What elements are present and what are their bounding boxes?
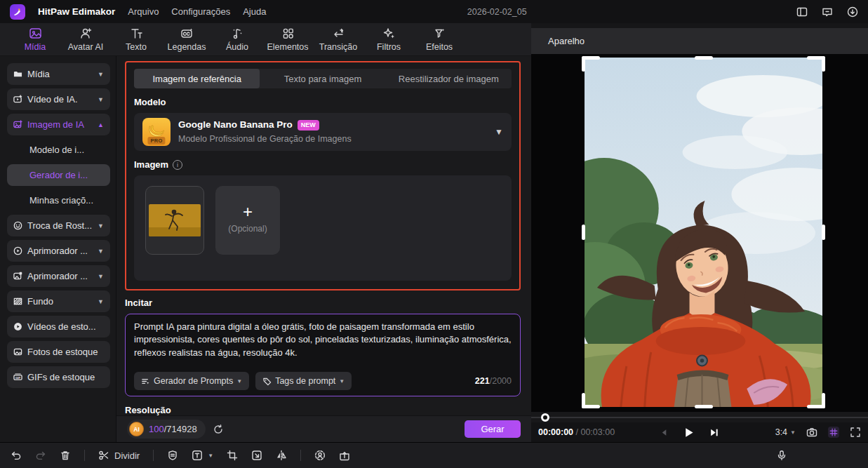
microphone-icon[interactable] xyxy=(776,450,787,461)
sidebar-item-gerador-de-imagem[interactable]: Gerador de i... xyxy=(7,164,110,186)
crop-handle-right-middle[interactable] xyxy=(822,225,825,240)
crop-icon[interactable] xyxy=(227,450,238,461)
mask-shield-icon[interactable] xyxy=(167,450,178,461)
model-selector[interactable]: PRO Google Nano Banana Pro NEW Modelo Pr… xyxy=(134,113,512,151)
grid-overlay-icon[interactable] xyxy=(828,427,839,438)
tab-avatar-ai[interactable]: Avatar AI xyxy=(60,27,111,52)
tab-label: Texto xyxy=(126,42,147,52)
redo-icon[interactable] xyxy=(35,450,46,461)
scrubber-playhead[interactable] xyxy=(541,413,549,422)
tab-efeitos[interactable]: Efeitos xyxy=(414,27,465,52)
snapshot-camera-icon[interactable] xyxy=(806,427,817,438)
edit-toolbar: Dividir ▼ xyxy=(0,442,868,468)
download-icon[interactable] xyxy=(847,6,858,18)
tab-reestilizador-de-imagem[interactable]: Reestilizador de imagem xyxy=(386,69,512,88)
crop-handle-top-right-v[interactable] xyxy=(822,56,825,72)
next-frame-icon[interactable] xyxy=(709,427,719,438)
stock-video-icon xyxy=(13,322,22,331)
split-button[interactable]: Dividir xyxy=(98,450,140,461)
model-chevron-down-icon[interactable]: ▼ xyxy=(495,127,503,137)
layout-panels-icon[interactable] xyxy=(796,6,808,18)
dancer-thumbnail-image xyxy=(149,204,201,236)
sidebar-label: Gerador de i... xyxy=(29,170,88,180)
sidebar-label: Aprimorador ... xyxy=(27,246,88,256)
ai-video-icon xyxy=(13,95,22,104)
tab-imagem-de-referencia[interactable]: Imagem de referência xyxy=(134,69,260,88)
menu-arquivo[interactable]: Arquivo xyxy=(128,6,159,17)
tab-legendas[interactable]: Legendas xyxy=(161,27,212,52)
sidebar-item-troca-de-rosto[interactable]: Troca de Rost...▼ xyxy=(7,215,110,236)
previous-frame-icon[interactable] xyxy=(660,428,669,437)
reference-image-thumbnail[interactable] xyxy=(145,186,204,255)
tab-filtros[interactable]: Filtros xyxy=(363,27,414,52)
text-box-icon xyxy=(192,450,203,461)
sidebar-item-fundo[interactable]: Fundo▼ xyxy=(7,290,110,312)
fullscreen-icon[interactable] xyxy=(850,427,861,438)
prompt-tags-button[interactable]: Tags de prompt ▼ xyxy=(255,372,352,390)
menu-ajuda[interactable]: Ajuda xyxy=(243,6,266,17)
current-time: 00:00:00 xyxy=(538,427,573,437)
avatar-sticker-icon[interactable] xyxy=(314,450,326,461)
refresh-credits-icon[interactable] xyxy=(213,424,224,435)
preview-canvas[interactable] xyxy=(585,58,822,407)
sidebar-item-imagem-ia[interactable]: Imagem de IA▲ xyxy=(7,114,110,135)
tag-icon xyxy=(262,377,272,386)
preview-header: Aparelho xyxy=(531,28,868,54)
add-optional-image-button[interactable]: + (Opcional) xyxy=(215,186,280,255)
image-enhancer-icon xyxy=(13,272,22,281)
character-counter: 221/2000 xyxy=(475,376,512,386)
menu-configuracoes[interactable]: Configurações xyxy=(171,6,230,17)
split-label: Dividir xyxy=(114,450,140,461)
tab-elementos[interactable]: Elementos xyxy=(262,27,313,52)
aspect-ratio-value: 3:4 xyxy=(775,427,787,437)
scale-icon[interactable] xyxy=(251,450,262,461)
project-name: 2026-02-02_05 xyxy=(467,7,527,17)
tab-texto-para-imagem[interactable]: Texto para imagem xyxy=(260,69,385,88)
prompt-input[interactable]: Prompt IA para pintura digital a óleo gr… xyxy=(125,314,521,396)
sidebar-label: Imagem de IA xyxy=(27,119,84,130)
export-frame-icon[interactable] xyxy=(339,450,350,461)
sidebar-item-aprimorador-imagem[interactable]: Aprimorador ...▼ xyxy=(7,265,110,287)
generate-button[interactable]: Gerar xyxy=(465,420,521,438)
crop-handle-bottom-right-h[interactable] xyxy=(807,405,825,408)
app-logo-icon xyxy=(10,4,25,20)
sidebar-item-gifs-de-estoque[interactable]: GIF GIFs de estoque xyxy=(7,366,110,388)
sidebar-item-aprimorador-video[interactable]: Aprimorador ...▼ xyxy=(7,240,110,262)
play-icon[interactable] xyxy=(683,427,695,439)
scrubber-track[interactable] xyxy=(531,417,868,418)
sidebar-item-midia[interactable]: Mídia▼ xyxy=(7,63,110,85)
crop-handle-bottom-center[interactable] xyxy=(695,405,713,408)
preview-title: Aparelho xyxy=(548,36,585,46)
image-section-label: Imagem xyxy=(134,159,168,170)
undo-icon[interactable] xyxy=(11,450,22,461)
tab-label: Filtros xyxy=(377,42,401,52)
tab-texto[interactable]: Texto xyxy=(111,27,161,52)
prompt-text[interactable]: Prompt IA para pintura digital a óleo gr… xyxy=(134,321,512,359)
sidebar-item-videos-de-estoque[interactable]: Vídeos de esto... xyxy=(7,316,110,337)
delete-icon[interactable] xyxy=(60,450,71,461)
flip-horizontal-icon[interactable] xyxy=(276,450,287,461)
credits-pill[interactable]: AI 100/714928 xyxy=(127,420,206,439)
sidebar-item-minhas-criacoes[interactable]: Minhas criaçõ... xyxy=(7,189,110,211)
aspect-ratio-selector[interactable]: 3:4 ▼ xyxy=(775,427,796,437)
feedback-icon[interactable] xyxy=(822,6,833,18)
sidebar-item-modelo-de-imagem[interactable]: Modelo de i... xyxy=(7,139,110,161)
crop-handle-top-center[interactable] xyxy=(695,56,713,60)
sidebar-item-fotos-de-estoque[interactable]: Fotos de estoque xyxy=(7,341,110,363)
model-banana-icon: PRO xyxy=(142,118,171,146)
crop-handle-top-left-v[interactable] xyxy=(582,56,585,72)
tab-midia[interactable]: Mídia xyxy=(10,27,60,52)
face-swap-icon xyxy=(13,221,22,230)
timeline-scrubber[interactable] xyxy=(531,412,868,422)
info-icon[interactable]: i xyxy=(173,160,182,170)
audio-icon xyxy=(231,27,244,40)
tab-audio[interactable]: Áudio xyxy=(212,27,262,52)
crop-handle-left-middle[interactable] xyxy=(582,225,585,240)
sidebar-item-video-ia[interactable]: Vídeo de IA.▼ xyxy=(7,88,110,110)
prompt-generator-button[interactable]: Gerador de Prompts ▼ xyxy=(134,372,249,390)
model-new-badge: NEW xyxy=(298,120,319,131)
crop-handle-bottom-left-h[interactable] xyxy=(582,405,600,408)
text-style-button[interactable]: ▼ xyxy=(192,450,213,461)
tab-transicao[interactable]: Transição xyxy=(313,27,363,52)
sidebar-label: Modelo de i... xyxy=(29,145,84,155)
